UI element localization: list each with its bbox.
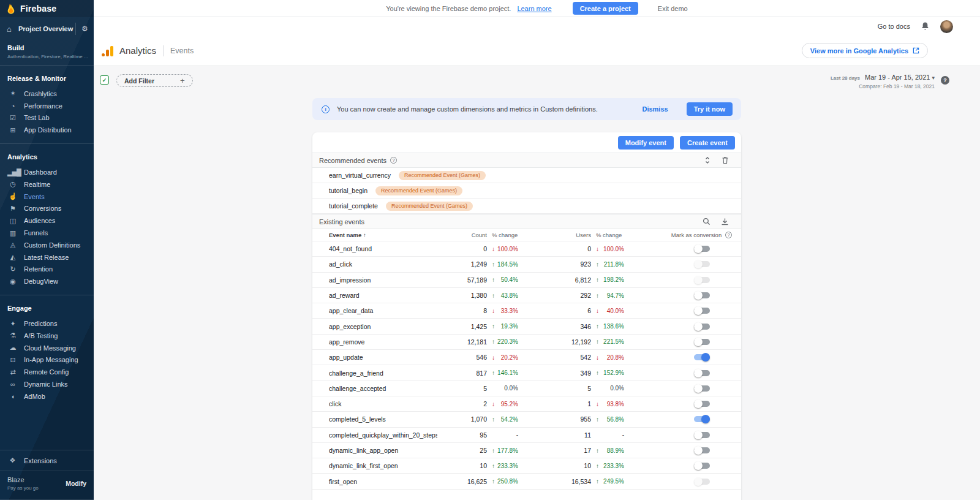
column-change[interactable]: % change	[487, 232, 518, 238]
users-change-value: 221.5%	[603, 338, 624, 345]
event-row[interactable]: challenge_a_friend 817 146.1% 349 152.9%	[312, 365, 741, 381]
sidebar-nav-entry[interactable]: ∞ Dynamic Links	[0, 378, 94, 390]
event-row[interactable]: ad_impression 57,189 50.4% 6,812 198.2%	[312, 273, 741, 288]
conversion-toggle[interactable]	[694, 384, 710, 393]
sidebar-nav-entry[interactable]: ◷ Realtime	[0, 178, 94, 191]
sidebar-nav-entry[interactable]: ◫ Audiences	[0, 214, 94, 227]
sidebar-nav-entry[interactable]: ▥ Funnels	[0, 227, 94, 239]
event-users: 955	[518, 415, 591, 423]
sidebar-nav-entry[interactable]: Engage	[0, 295, 94, 317]
exit-demo-button[interactable]: Exit demo	[658, 5, 688, 12]
events-card: Modify event Create event Recommended ev…	[312, 132, 741, 500]
event-row[interactable]: 404_not_found 0 100.0% 0 100.0%	[312, 241, 741, 257]
column-users-change[interactable]: % change	[591, 232, 624, 238]
conversion-toggle[interactable]	[694, 461, 710, 470]
learn-more-link[interactable]: Learn more	[517, 5, 551, 12]
go-to-docs-link[interactable]: Go to docs	[878, 23, 910, 30]
conversion-toggle[interactable]	[694, 446, 710, 455]
recommended-event-row[interactable]: earn_virtual_currency Recommended Event …	[312, 168, 741, 183]
date-range-selector[interactable]: Mar 19 - Apr 15, 2021 ▾	[865, 74, 935, 81]
sidebar-nav-entry[interactable]: Release & Monitor	[0, 66, 94, 88]
sidebar-nav-entry[interactable]: ◉ DebugView	[0, 275, 94, 287]
modify-event-button[interactable]: Modify event	[618, 136, 674, 150]
event-row[interactable]: completed_5_levels 1,070 54.2% 955 56.8%	[312, 412, 741, 427]
search-icon[interactable]	[703, 218, 710, 225]
sidebar-nav-entry[interactable]: ◬ Custom Definitions	[0, 239, 94, 251]
sidebar-nav-entry[interactable]: ☑ Test Lab	[0, 112, 94, 124]
sidebar-item-label: Events	[24, 193, 45, 200]
conversion-toggle[interactable]	[694, 291, 710, 300]
filter-status-icon[interactable]: ✓	[100, 75, 109, 85]
info-icon: i	[322, 105, 330, 113]
download-icon[interactable]	[721, 218, 729, 225]
event-row[interactable]: ad_reward 1,380 43.8% 292 94.7%	[312, 288, 741, 303]
sidebar-nav-entry[interactable]: ⊞ App Distribution	[0, 124, 94, 136]
event-row[interactable]: click 2 95.2% 1 93.8%	[312, 396, 741, 412]
conversion-toggle[interactable]	[694, 244, 710, 253]
conversion-toggle[interactable]	[694, 338, 710, 346]
project-overview-row[interactable]: ⌂ Project Overview ⚙	[0, 20, 94, 38]
sidebar-nav-entry[interactable]: ⚑ Conversions	[0, 203, 94, 215]
event-row[interactable]: dynamic_link_first_open 10 233.3% 10 233…	[312, 458, 741, 474]
conversion-toggle[interactable]	[694, 322, 710, 331]
conversion-toggle[interactable]	[694, 400, 710, 408]
sidebar-nav-entry[interactable]: ☝ Events	[0, 191, 94, 203]
conversion-toggle[interactable]	[694, 431, 710, 439]
column-count[interactable]: Count	[437, 232, 487, 238]
user-avatar[interactable]	[940, 20, 953, 33]
sidebar-nav-entry[interactable]: ↻ Retention	[0, 263, 94, 276]
sidebar-nav-entry[interactable]: ◔ Performance	[0, 100, 94, 112]
column-event-name[interactable]: Event name ↑	[312, 232, 437, 238]
conversion-toggle[interactable]	[694, 260, 710, 268]
sidebar-nav-entry[interactable]: ⚗ A/B Testing	[0, 330, 94, 342]
view-more-in-ga-button[interactable]: View more in Google Analytics	[802, 43, 928, 58]
sidebar-nav-entry[interactable]: ⇄ Remote Config	[0, 366, 94, 378]
conversion-toggle[interactable]	[694, 276, 710, 284]
firebase-logo-row[interactable]: Firebase	[0, 0, 94, 17]
conversion-toggle[interactable]	[694, 369, 710, 377]
users-change-value: 100.0%	[603, 246, 624, 252]
delete-trash-icon[interactable]	[722, 156, 729, 164]
users-change-value: 94.7%	[603, 292, 624, 299]
event-row[interactable]: ad_click 1,249 184.5% 923 211.8%	[312, 257, 741, 272]
conversion-toggle[interactable]	[694, 477, 710, 486]
plan-modify-button[interactable]: Modify	[66, 480, 86, 487]
event-row[interactable]: app_remove 12,181 220.3% 12,192 221.5%	[312, 335, 741, 350]
conversion-toggle[interactable]	[694, 353, 710, 362]
sidebar-nav-entry[interactable]: Analytics	[0, 144, 94, 166]
settings-gear-button[interactable]: ⚙	[75, 23, 94, 35]
event-row[interactable]: challenge_accepted 5 0.0% 5 0.0%	[312, 381, 741, 396]
sidebar-item-extensions[interactable]: ❖ Extensions	[0, 450, 94, 471]
sidebar-nav-entry[interactable]: ☁ Cloud Messaging	[0, 342, 94, 354]
sidebar-nav-entry[interactable]: ⊡ In-App Messaging	[0, 354, 94, 366]
event-row[interactable]: dynamic_link_app_open 25 177.8% 17 88.9%	[312, 443, 741, 458]
sidebar-nav-entry[interactable]: ✦ Predictions	[0, 317, 94, 330]
event-row[interactable]: app_exception 1,425 19.3% 346 138.6%	[312, 319, 741, 334]
event-row[interactable]: first_open 16,625 250.8% 16,534 249.5%	[312, 474, 741, 489]
unfold-sort-icon[interactable]	[704, 156, 711, 164]
sidebar-nav-entry[interactable]: ▂▅█ Dashboard	[0, 166, 94, 178]
notifications-bell-icon[interactable]	[921, 21, 930, 31]
event-row[interactable]: app_update 546 20.2% 542 20.8%	[312, 350, 741, 365]
conversion-toggle[interactable]	[694, 415, 710, 423]
build-section[interactable]: Build Authentication, Firestore, Realtim…	[0, 38, 94, 65]
sidebar-nav-entry[interactable]: ◖ AdMob	[0, 390, 94, 403]
column-users[interactable]: Users	[518, 232, 591, 238]
help-icon[interactable]: ?	[390, 157, 397, 164]
dismiss-button[interactable]: Dismiss	[642, 105, 668, 113]
try-it-now-button[interactable]: Try it now	[687, 102, 733, 116]
create-event-button[interactable]: Create event	[680, 136, 735, 150]
sidebar-nav-entry[interactable]: ◭ Latest Release	[0, 251, 94, 263]
help-icon[interactable]: ?	[725, 232, 732, 238]
add-filter-button[interactable]: Add Filter +	[116, 74, 193, 87]
create-project-button[interactable]: Create a project	[573, 2, 638, 15]
sidebar-nav-entry[interactable]: ✶ Crashlytics	[0, 88, 94, 100]
event-row[interactable]: app_clear_data 8 33.3% 6 40.0%	[312, 303, 741, 319]
event-row[interactable]: completed_quickplay_within_20_steps 95 -…	[312, 428, 741, 443]
breadcrumb-separator	[163, 45, 164, 56]
recommended-event-row[interactable]: tutorial_begin Recommended Event (Games)	[312, 183, 741, 199]
view-more-label: View more in Google Analytics	[810, 47, 908, 55]
help-icon[interactable]: ?	[941, 76, 949, 85]
recommended-event-row[interactable]: tutorial_complete Recommended Event (Gam…	[312, 199, 741, 214]
conversion-toggle[interactable]	[694, 306, 710, 315]
